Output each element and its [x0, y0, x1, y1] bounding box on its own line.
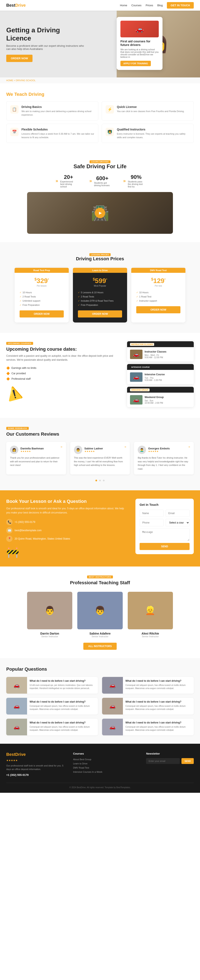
form-submit-button[interactable]: SEND — [140, 543, 190, 550]
price-order-button[interactable]: ORDER NOW — [136, 306, 180, 313]
form-email-input[interactable] — [165, 510, 190, 517]
staff-title: Professional Teaching Staff — [6, 580, 194, 585]
review-dot-3[interactable] — [103, 480, 105, 481]
contact-left: Book Your Lesson or Ask a Question Our p… — [6, 499, 127, 558]
teach-card: 👨‍🏫 Qualified Instructors Every instruct… — [102, 124, 194, 143]
nav-courses[interactable]: Courses — [131, 4, 141, 7]
upcoming-feature-item: 🔶 Earnings with no limits — [6, 365, 119, 371]
course-thumbnail: 🚗 — [130, 350, 142, 359]
hero-title: Getting a Driving Licence — [6, 26, 85, 42]
newsletter-submit-button[interactable]: SEND — [181, 758, 194, 764]
hero-card-image: 🚗 — [120, 21, 159, 37]
form-message-input[interactable] — [140, 528, 190, 541]
video-overlay — [27, 192, 173, 234]
reviewer-stars: ★★★★★ — [20, 450, 44, 453]
review-text: Big thanks to Best Tutor Inc driving ins… — [138, 456, 190, 471]
breadcrumb-separator: > — [14, 79, 16, 82]
price-order-button[interactable]: ORDER NOW — [78, 310, 122, 318]
course-card-body: 🚗 Instructor Classes Mon - Wed - Fri 9:0… — [127, 347, 194, 361]
hero-order-button[interactable]: ORDER NOW — [6, 55, 33, 62]
play-button[interactable] — [95, 208, 105, 218]
nav-prices[interactable]: Prices — [146, 4, 153, 7]
contact-email: best@besttemplate.com — [14, 529, 42, 532]
review-header: 👨‍🦱 Georges Embols ★★★★★ — [138, 445, 189, 454]
course-title: Weekend Group — [145, 396, 164, 399]
review-header: 👨 Sabine Ladner ★★★★★ — [74, 445, 125, 454]
footer-course-link[interactable]: DMV Road Test — [73, 767, 103, 769]
course-info: Intensive Course Tue - Thu 9:00 AM - 1:0… — [145, 373, 165, 381]
course-schedule: Tue - Thu — [145, 377, 165, 379]
stat-item: » 600+ Students got driving licenses — [90, 174, 110, 188]
hero-text: Getting a Driving Licence Become a profi… — [6, 26, 85, 62]
price-feature-item: Instructor support — [136, 299, 180, 303]
course-card-header: WEEKEND GROUP — [127, 387, 194, 393]
course-card: WEEKEND GROUP 🚗 Weekend Group Sat - Sun … — [127, 387, 194, 407]
course-badge: INTENSIVE COURSE — [130, 366, 151, 369]
course-info: Weekend Group Sat - Sun 10:00 AM - 2:00 … — [145, 396, 164, 404]
safe-section: LEARN DRIVING Safe Driving For Life » 20… — [0, 151, 200, 242]
nav-logo: BestDrive — [6, 3, 26, 8]
faq-item: 🚗 What do I need to do before I can star… — [102, 719, 194, 735]
stat-number: 600+ — [94, 175, 110, 181]
course-title: Intensive Course — [145, 373, 165, 376]
faq-item: 🚗 What do I need to do before I can star… — [6, 719, 98, 735]
course-card-body: 🚗 Weekend Group Sat - Sun 10:00 AM - 2:0… — [127, 393, 194, 407]
price-card-label: Learn to Drive — [73, 268, 127, 273]
faq-title: Popular Questions — [6, 667, 194, 672]
review-card: " 👨 Sabine Ladner ★★★★★ This was the bes… — [70, 442, 130, 474]
teach-title: We Teach Driving — [6, 92, 194, 97]
form-course-select[interactable]: Select a course Road Test Prep Learn to … — [165, 519, 190, 527]
stat-number: 90% — [128, 174, 144, 180]
contact-phone: +1 (302) 555-0179 — [14, 520, 35, 523]
footer-empty-col — [110, 752, 140, 776]
contact-email-item: ✉️ best@besttemplate.com — [6, 527, 127, 533]
upcoming-left: UPCOMING COURSES Upcoming Driving course… — [6, 341, 119, 401]
teach-card-desc: We aim to making your client and deliver… — [22, 110, 94, 116]
footer-course-link[interactable]: Intensive Courses In a Week — [73, 771, 103, 773]
price-feature-item: 2 Road Tests — [20, 294, 64, 299]
price-features: 10 Hours1 Road TestInstructor support — [136, 290, 180, 303]
teach-card: 📅 Flexible Schedules Lessons offered 5 d… — [6, 124, 98, 143]
faq-item-image: 🚗 — [102, 719, 123, 735]
newsletter-input[interactable] — [146, 758, 180, 764]
reviewer-name: Daniella Baehman — [20, 447, 44, 450]
form-phone-input[interactable] — [140, 519, 164, 527]
course-time: 9:00 AM - 12:00 PM — [145, 356, 167, 359]
faq-item-row: 🚗 What do I need to do before I can star… — [6, 677, 98, 694]
staff-name: Darrin Darton — [27, 632, 72, 635]
footer-course-link[interactable]: Learn to Drive — [73, 762, 103, 765]
footer-newsletter-col: Newsletter SEND — [146, 752, 194, 776]
footer: BestDrive ★★★★★ Our professional staff l… — [0, 744, 200, 793]
staff-card: 👦 Sabine Adafere Senior Instructor — [77, 592, 123, 638]
form-name-input[interactable] — [140, 510, 164, 517]
hero-card-apply-button[interactable]: APPLY FOR TRAINING — [120, 61, 151, 66]
reviews-grid: " 👩 Daniella Baehman ★★★★★ Thank you for… — [6, 442, 194, 474]
review-text: This was the best experience EVER! Well … — [74, 456, 126, 467]
nav-blog[interactable]: Blog — [157, 4, 163, 7]
all-instructors-button[interactable]: ALL INSTRUCTORS — [83, 643, 117, 650]
price-per: Most Popular — [78, 285, 122, 287]
breadcrumb-home[interactable]: HOME — [6, 79, 13, 82]
reviews-label: SOME FEEDBACK — [6, 427, 29, 430]
faq-answer: Consequat sint aliquam ipsum, has offici… — [30, 725, 95, 732]
review-dot-2[interactable] — [99, 480, 101, 481]
reviews-title: Our Customers Reviews — [6, 431, 194, 437]
footer-course-link[interactable]: About Best Group — [73, 758, 103, 760]
nav-cta-button[interactable]: GET IN TOUCH — [167, 2, 194, 8]
form-name-email-row — [140, 510, 190, 517]
prices-grid: Road Test Prep $329* Per lesson 10 Hours… — [14, 268, 186, 323]
faq-item-row: 🚗 What do I need to do before I can star… — [102, 719, 194, 735]
faq-item-row: 🚗 What do I need to do before I can star… — [6, 719, 98, 735]
contact-title: Book Your Lesson or Ask a Question — [6, 499, 127, 504]
price-order-button[interactable]: ORDER NOW — [20, 310, 64, 318]
footer-courses-title: Courses — [73, 752, 103, 755]
upcoming-feature-item: 🔶 Car provided — [6, 371, 119, 376]
safe-label: LEARN DRIVING — [90, 160, 110, 163]
staff-grid: 👨 Darrin Darton Senior Instructor 👦 Sabi… — [27, 592, 173, 638]
nav-home[interactable]: Home — [120, 4, 127, 7]
review-dot-1[interactable] — [95, 480, 97, 481]
course-schedule: Sat - Sun — [145, 399, 164, 402]
footer-logo: BestDrive — [6, 752, 67, 757]
price-feature-item: 10 Hours — [136, 290, 180, 294]
course-badge: INSTRUCTOR CLASSES — [130, 343, 154, 346]
